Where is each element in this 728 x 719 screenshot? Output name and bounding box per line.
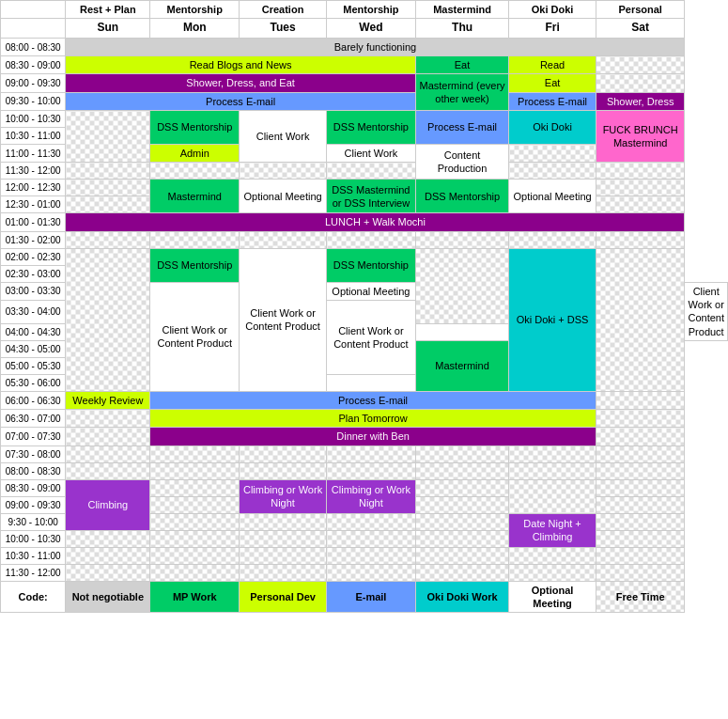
code-personal-dev: Personal Dev [240, 581, 327, 613]
theme-sat: Personal [596, 1, 685, 19]
day-mon: Mon [150, 19, 240, 39]
row-0630: 06:30 - 07:00 Plan Tomorrow [1, 410, 728, 428]
sat-n0930 [596, 513, 685, 530]
wed-n1030 [327, 547, 416, 564]
mastermind-thu-2: Mastermind [415, 340, 508, 391]
time-1000: 10:00 - 10:30 [1, 111, 66, 128]
sat-n1000 [596, 530, 685, 547]
time-0130: 01:30 - 02:00 [1, 231, 66, 248]
time-1230: 12:30 - 01:00 [1, 196, 66, 213]
mon-n1130 [150, 564, 240, 581]
sat-0600 [596, 391, 685, 409]
time-0400: 04:00 - 04:30 [1, 323, 66, 340]
days-row: Sun Mon Tues Wed Thu Fri Sat [1, 19, 728, 39]
fri-1100 [509, 145, 596, 163]
sat-1200 [596, 180, 685, 196]
wed-n1130 [327, 564, 416, 581]
client-work-content-tue: Client Work or Content Product [240, 248, 327, 391]
dss-mentorship-mon-1: DSS Mentorship [150, 111, 240, 145]
day-wed: Wed [327, 19, 416, 39]
time-1130: 11:30 - 12:00 [1, 163, 66, 180]
thu-n0830 [415, 479, 508, 496]
fuck-brunch-sat: FUCK BRUNCH Mastermind [596, 111, 685, 163]
oki-doki-fri-1: Oki Doki [509, 111, 596, 145]
theme-wed: Mentorship [327, 1, 416, 19]
code-optional-meeting: Optional Meeting [509, 581, 596, 613]
mon-1130 [150, 163, 240, 180]
time-0700: 07:00 - 07:30 [1, 428, 66, 445]
time-0900: 09:00 - 09:30 [1, 74, 66, 92]
sat-n0900 [596, 496, 685, 513]
fri-n1130 [509, 564, 596, 581]
sun-1000 [66, 111, 150, 163]
mon-n1000 [150, 530, 240, 547]
climbing-work-night-wed: Climbing or Work Night [327, 479, 416, 513]
code-email: E-mail [327, 581, 416, 613]
time-0730: 07:30 - 08:00 [1, 445, 66, 462]
wed-0730 [327, 445, 416, 462]
process-email-0600: Process E-mail [150, 391, 596, 409]
sun-0630 [66, 410, 150, 428]
tue-1130 [240, 163, 327, 180]
time-0430: 04:30 - 05:00 [1, 340, 66, 357]
fri-n1030 [509, 547, 596, 564]
row-n0800: 08:00 - 08:30 [1, 462, 728, 479]
wed-n1000 [327, 530, 416, 547]
dinner-with-ben: Dinner with Ben [150, 428, 596, 445]
code-row: Code: Not negotiable MP Work Personal De… [1, 581, 728, 613]
row-0900: 09:00 - 09:30 Shower, Dress, and Eat Mas… [1, 74, 728, 92]
row-0130: 01:30 - 02:00 [1, 231, 728, 248]
client-work-wed-2: Client Work [327, 145, 416, 163]
time-n0930: 9:30 - 10:00 [1, 513, 66, 530]
barely-functioning: Barely functioning [66, 38, 685, 55]
thu-n1030 [415, 547, 508, 564]
time-0330: 03:30 - 04:00 [1, 300, 66, 323]
sun-n1030 [66, 547, 150, 564]
code-label: Code: [1, 581, 66, 613]
fri-0130 [509, 231, 596, 248]
sat-0730 [596, 445, 685, 462]
day-fri: Fri [509, 19, 596, 39]
wed-0130 [327, 231, 416, 248]
tue-n0800 [240, 462, 327, 479]
time-0800: 08:00 - 08:30 [1, 38, 66, 55]
mon-0130 [150, 231, 240, 248]
sat-n1030 [596, 547, 685, 564]
tue-0130 [240, 231, 327, 248]
theme-thu: Mastermind [415, 1, 508, 19]
theme-sun: Rest + Plan [66, 1, 150, 19]
sat-0700 [596, 428, 685, 445]
time-0300: 03:00 - 03:30 [1, 282, 66, 300]
time-0200: 02:00 - 02:30 [1, 248, 66, 265]
read-blogs: Read Blogs and News [66, 56, 415, 74]
day-tue: Tues [240, 19, 327, 39]
climbing-sun: Climbing [66, 479, 150, 530]
mon-n0900 [150, 496, 240, 513]
plan-tomorrow: Plan Tomorrow [150, 410, 596, 428]
row-0730: 07:30 - 08:00 [1, 445, 728, 462]
sat-0130 [596, 231, 685, 248]
tue-n1000 [240, 530, 327, 547]
row-n1000: 10:00 - 10:30 [1, 530, 728, 547]
sat-0900 [596, 74, 685, 92]
wed-n0800 [327, 462, 416, 479]
sat-n0830 [596, 479, 685, 496]
mon-n1030 [150, 547, 240, 564]
theme-row: Rest + Plan Mentorship Creation Mentorsh… [1, 1, 728, 19]
time-1200: 12:00 - 12:30 [1, 180, 66, 196]
thu-n0800 [415, 462, 508, 479]
optional-meeting-wed-2: Optional Meeting [327, 282, 416, 300]
process-email-thu: Process E-mail [415, 111, 508, 145]
time-n0800: 08:00 - 08:30 [1, 462, 66, 479]
sun-0730 [66, 445, 150, 462]
mon-n0800 [150, 462, 240, 479]
theme-tue: Creation [240, 1, 327, 19]
thu-n0930 [415, 513, 508, 530]
theme-mon: Mentorship [150, 1, 240, 19]
sun-1130 [66, 163, 150, 180]
code-oki-doki-work: Oki Doki Work [415, 581, 508, 613]
sun-n1000 [66, 530, 150, 547]
oki-doki-dss-fri: Oki Doki + DSS [509, 248, 596, 391]
time-0630: 06:30 - 07:00 [1, 410, 66, 428]
corner-cell [1, 1, 66, 19]
